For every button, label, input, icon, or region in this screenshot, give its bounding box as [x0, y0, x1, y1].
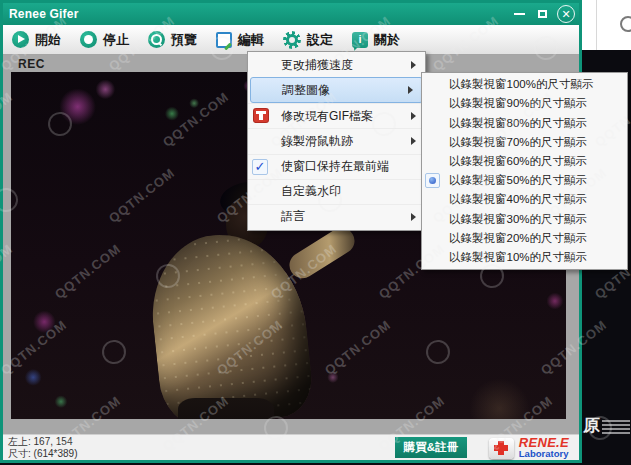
- brand-logo: RENE.E Laboratory: [489, 435, 569, 461]
- submenu-arrow-icon: [411, 213, 416, 221]
- performer-legs: [178, 398, 274, 419]
- about-button[interactable]: i 關於: [352, 31, 400, 49]
- submenu-arrow-icon: [408, 86, 413, 94]
- submenu-item-20[interactable]: 以錄製視窗20%的尺寸顯示: [422, 229, 627, 248]
- radio-selected-icon: [425, 173, 440, 188]
- submenu-item-60[interactable]: 以錄製視窗60%的尺寸顯示: [422, 152, 627, 171]
- background-fine-print: [602, 418, 630, 436]
- settings-menu: 更改捕獲速度 調整圖像 修改現有GIF檔案 錄製滑鼠軌跡 ✓ 使窗口保持在最前端…: [247, 51, 426, 231]
- menu-item-adjust-image[interactable]: 調整圖像: [250, 77, 423, 103]
- menu-item-language[interactable]: 語言: [248, 204, 425, 229]
- settings-icon: [283, 31, 301, 49]
- menu-item-capture-speed[interactable]: 更改捕獲速度: [248, 53, 425, 77]
- submenu-item-90[interactable]: 以錄製視窗90%的尺寸顯示: [422, 94, 627, 113]
- background-page-header: [582, 0, 631, 51]
- preview-icon: [148, 31, 165, 48]
- background-header-divider: [596, 0, 597, 50]
- settings-button[interactable]: 設定: [283, 31, 333, 49]
- submenu-item-10[interactable]: 以錄製視窗10%的尺寸顯示: [422, 248, 627, 267]
- red-cross-icon: [489, 438, 514, 459]
- titlebar[interactable]: Renee Gifer ✕: [3, 3, 579, 25]
- submenu-item-70[interactable]: 以錄製視窗70%的尺寸顯示: [422, 133, 627, 152]
- window-controls: ✕: [511, 5, 575, 23]
- menu-item-custom-watermark[interactable]: 自定義水印: [248, 179, 425, 204]
- submenu-arrow-icon: [411, 61, 416, 69]
- search-icon: [620, 16, 631, 32]
- buy-register-button[interactable]: 購買&註冊: [395, 437, 467, 458]
- brand-subtitle: Laboratory: [519, 449, 569, 459]
- display-size-submenu: 以錄製視窗100%的尺寸顯示 以錄製視窗90%的尺寸顯示 以錄製視窗80%的尺寸…: [421, 72, 628, 270]
- submenu-item-80[interactable]: 以錄製視窗80%的尺寸顯示: [422, 113, 627, 132]
- submenu-item-30[interactable]: 以錄製視窗30%的尺寸顯示: [422, 209, 627, 228]
- edit-button[interactable]: 編輯: [216, 31, 264, 49]
- gif-file-icon: [254, 109, 268, 122]
- submenu-item-100[interactable]: 以錄製視窗100%的尺寸顯示: [422, 75, 627, 94]
- submenu-arrow-icon: [411, 137, 416, 145]
- capture-coordinates: 左上: 167, 154 尺寸: (614*389): [8, 436, 77, 460]
- status-bar: 左上: 167, 154 尺寸: (614*389) 購買&註冊 RENE.E …: [3, 434, 579, 460]
- minimize-button[interactable]: [511, 6, 527, 22]
- menu-item-mouse-trail[interactable]: 錄製滑鼠軌跡: [248, 128, 425, 153]
- start-button[interactable]: 開始: [12, 31, 61, 49]
- rec-indicator: REC: [18, 57, 45, 71]
- play-icon: [12, 31, 29, 48]
- stop-icon: [80, 31, 97, 48]
- about-icon: i: [352, 32, 368, 48]
- submenu-item-50[interactable]: 以錄製視窗50%的尺寸顯示: [422, 171, 627, 190]
- coordinates-top-left: 左上: 167, 154: [8, 436, 77, 448]
- menu-item-modify-gif[interactable]: 修改現有GIF檔案: [248, 103, 425, 128]
- submenu-arrow-icon: [411, 112, 416, 120]
- performer-arm: [285, 223, 360, 283]
- preview-button[interactable]: 預覽: [148, 31, 197, 49]
- edit-icon: [216, 32, 232, 48]
- close-button[interactable]: ✕: [557, 5, 575, 23]
- check-icon: ✓: [252, 159, 268, 175]
- window-title: Renee Gifer: [9, 7, 79, 21]
- stop-button[interactable]: 停止: [80, 31, 129, 49]
- performer-jacket: [145, 227, 316, 419]
- capture-size: 尺寸: (614*389): [8, 448, 77, 460]
- background-site-text: 原: [583, 414, 600, 437]
- maximize-button[interactable]: [534, 6, 550, 22]
- submenu-item-40[interactable]: 以錄製視窗40%的尺寸顯示: [422, 190, 627, 209]
- menu-item-keep-on-top[interactable]: ✓ 使窗口保持在最前端: [248, 154, 425, 179]
